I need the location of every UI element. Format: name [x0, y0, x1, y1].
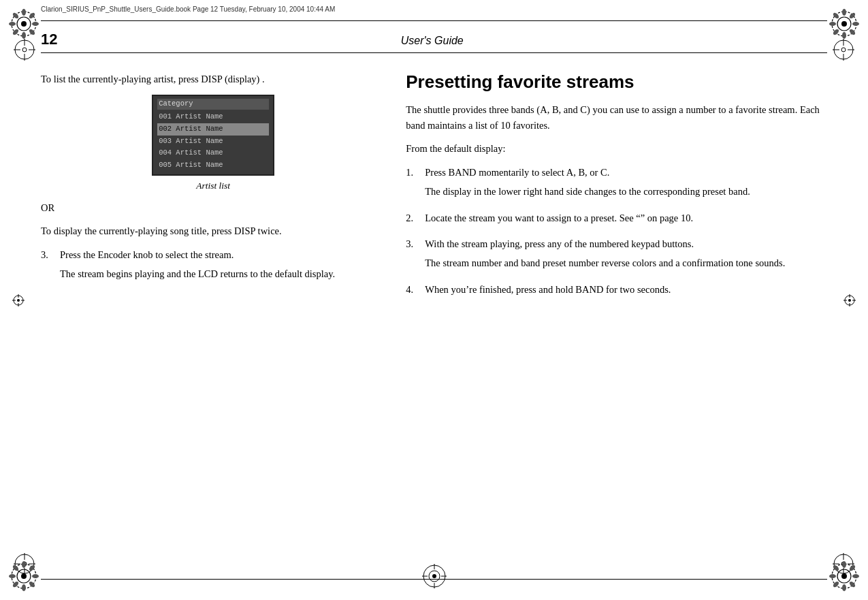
- main-content: To list the currently-playing artist, pr…: [41, 72, 827, 566]
- left-step-3-detail: The stream begins playing and the LCD re…: [60, 266, 385, 281]
- right-step-3-text: With the stream playing, press any of th…: [425, 236, 827, 251]
- gear-decoration-tr: [827, 7, 861, 41]
- left-column: To list the currently-playing artist, pr…: [41, 72, 385, 566]
- svg-point-40: [852, 22, 859, 26]
- section-title: Presetting favorite streams: [406, 72, 827, 93]
- right-step-3: 3.With the stream playing, press any of …: [406, 236, 827, 275]
- header-filename: Clarion_SIRIUS_PnP_Shuttle_Users_Guide.b…: [41, 5, 335, 13]
- svg-point-29: [32, 22, 39, 26]
- artist-list-container: Category 001 Artist Name 002 Artist Name…: [41, 95, 385, 193]
- svg-point-41: [848, 28, 856, 35]
- svg-point-49: [22, 561, 26, 568]
- right-step-3-detail: The stream number and band preset number…: [425, 255, 827, 270]
- svg-point-44: [829, 22, 836, 26]
- page-title: User's Guide: [78, 35, 786, 47]
- svg-point-27: [22, 9, 26, 16]
- left-step-3: 3. Press the Encoder knob to select the …: [41, 247, 385, 286]
- svg-point-31: [22, 32, 26, 39]
- left-step-3-text: Press the Encoder knob to select the str…: [60, 247, 385, 262]
- lcd-item-3: 003 Artist Name: [157, 136, 269, 148]
- svg-point-26: [21, 21, 27, 27]
- or-description: To display the currently-playing song ti…: [41, 223, 385, 238]
- right-column: Presetting favorite streams The shuttle …: [406, 72, 827, 566]
- center-bottom-decoration: [421, 563, 448, 590]
- top-rule: [41, 20, 827, 21]
- page-header-text: Clarion_SIRIUS_PnP_Shuttle_Users_Guide.b…: [41, 5, 827, 13]
- right-step-1-content: Press BAND momentarily to select A, B, o…: [425, 165, 827, 204]
- svg-point-70: [432, 574, 436, 578]
- right-steps: 1.Press BAND momentarily to select A, B,…: [406, 165, 827, 302]
- corner-decoration-tl: [12, 37, 37, 62]
- corner-decoration-tr: [831, 37, 856, 62]
- svg-point-33: [9, 22, 16, 26]
- or-text: OR: [41, 200, 385, 215]
- svg-point-55: [9, 574, 16, 578]
- mid-left-decoration: [12, 294, 25, 306]
- right-step-1-text: Press BAND momentarily to select A, B, o…: [425, 165, 827, 180]
- lcd-screen: Category 001 Artist Name 002 Artist Name…: [152, 95, 274, 176]
- right-step-4-text: When you’re finished, press and hold BAN…: [425, 282, 827, 297]
- right-step-2: 2.Locate the stream you want to assign t…: [406, 210, 827, 230]
- lcd-header: Category: [157, 99, 269, 110]
- svg-point-63: [848, 580, 856, 588]
- svg-point-62: [852, 574, 859, 578]
- svg-point-7: [841, 48, 846, 52]
- lcd-item-1: 001 Artist Name: [157, 111, 269, 123]
- svg-point-48: [21, 573, 27, 579]
- page-number: 12: [41, 31, 57, 48]
- gear-decoration-br: [827, 559, 861, 593]
- right-step-3-content: With the stream playing, press any of th…: [425, 236, 827, 275]
- right-step-3-num: 3.: [406, 236, 419, 275]
- right-step-4-num: 4.: [406, 282, 419, 301]
- right-step-2-text: Locate the stream you want to assign to …: [425, 210, 827, 225]
- svg-point-82: [848, 299, 851, 302]
- mid-right-decoration: [843, 294, 856, 306]
- artist-list-label: Artist list: [196, 179, 230, 193]
- svg-point-37: [841, 21, 847, 27]
- page-title-bar: 12 User's Guide: [41, 31, 827, 53]
- bottom-rule: [41, 579, 827, 580]
- right-step-4: 4.When you’re finished, press and hold B…: [406, 282, 827, 301]
- left-intro: To list the currently-playing artist, pr…: [41, 72, 385, 86]
- svg-point-51: [32, 574, 39, 578]
- gear-decoration-tl: [7, 7, 41, 41]
- svg-point-1: [22, 48, 27, 52]
- lcd-item-5: 005 Artist Name: [157, 159, 269, 172]
- svg-point-76: [17, 299, 20, 302]
- left-step-3-content: Press the Encoder knob to select the str…: [60, 247, 385, 286]
- lcd-item-4: 004 Artist Name: [157, 147, 269, 159]
- gear-decoration-bl: [7, 559, 41, 593]
- right-intro: The shuttle provides three bands (A, B, …: [406, 102, 827, 133]
- svg-point-60: [842, 561, 846, 568]
- svg-point-59: [841, 573, 847, 579]
- svg-point-38: [842, 9, 846, 16]
- right-step-1: 1.Press BAND momentarily to select A, B,…: [406, 165, 827, 204]
- left-step-3-num: 3.: [41, 247, 54, 286]
- right-step-1-detail: The display in the lower right hand side…: [425, 184, 827, 199]
- right-step-2-num: 2.: [406, 210, 419, 230]
- right-step-1-num: 1.: [406, 165, 419, 204]
- right-step-2-content: Locate the stream you want to assign to …: [425, 210, 827, 230]
- right-step-4-content: When you’re finished, press and hold BAN…: [425, 282, 827, 301]
- svg-point-66: [829, 574, 836, 578]
- svg-point-53: [22, 584, 26, 591]
- svg-point-52: [28, 580, 35, 588]
- svg-point-30: [28, 28, 35, 35]
- svg-point-64: [842, 584, 846, 591]
- lcd-item-2: 002 Artist Name: [157, 123, 269, 136]
- from-default: From the default display:: [406, 141, 827, 156]
- svg-point-42: [842, 32, 846, 39]
